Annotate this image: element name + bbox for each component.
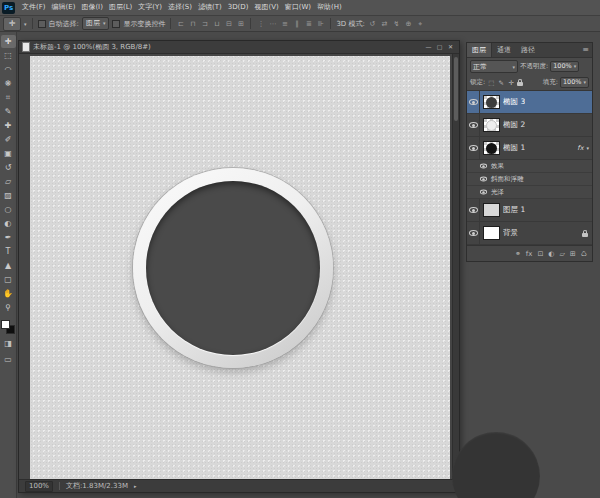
menu-3d[interactable]: 3D(D) bbox=[225, 0, 252, 15]
menu-layer[interactable]: 图层(L) bbox=[106, 0, 135, 15]
layer-thumbnail[interactable] bbox=[483, 95, 500, 109]
distribute-hcenter-icon[interactable]: ≣ bbox=[304, 20, 313, 28]
visibility-eye-icon[interactable] bbox=[467, 114, 480, 136]
eyedropper-tool-button[interactable]: ✎ bbox=[1, 105, 16, 118]
fx-collapse-chevron-icon[interactable]: ▾ bbox=[586, 145, 589, 151]
menu-type[interactable]: 文字(Y) bbox=[135, 0, 165, 15]
pen-tool-button[interactable]: ✒ bbox=[1, 231, 16, 244]
auto-select-dropdown[interactable]: 图层 ▾ bbox=[82, 17, 110, 30]
auto-select-checkbox[interactable] bbox=[38, 20, 46, 28]
rotate-3d-icon[interactable]: ↺ bbox=[368, 20, 377, 28]
menu-image[interactable]: 图像(I) bbox=[78, 0, 106, 15]
satin-row[interactable]: 光泽 bbox=[467, 186, 592, 199]
distribute-bottom-icon[interactable]: ≡ bbox=[280, 20, 289, 28]
visibility-eye-icon[interactable] bbox=[480, 177, 487, 182]
close-button[interactable]: ✕ bbox=[445, 41, 456, 53]
foreground-color-swatch[interactable] bbox=[1, 320, 10, 329]
roll-3d-icon[interactable]: ⇄ bbox=[380, 20, 389, 28]
scrollbar-thumb[interactable] bbox=[454, 57, 458, 121]
visibility-eye-icon[interactable] bbox=[480, 164, 487, 169]
status-options-chevron-icon[interactable]: ▸ bbox=[134, 483, 137, 489]
visibility-eye-icon[interactable] bbox=[467, 222, 480, 244]
show-transform-checkbox[interactable] bbox=[112, 20, 120, 28]
layer-style-fx-badge[interactable]: fx bbox=[577, 144, 583, 152]
align-hcenter-icon[interactable]: ⊓ bbox=[188, 20, 197, 28]
eraser-tool-button[interactable]: ▱ bbox=[1, 175, 16, 188]
new-layer-icon[interactable]: ⊞ bbox=[570, 247, 576, 261]
align-right-icon[interactable]: ⊐ bbox=[200, 20, 209, 28]
layer-row-ellipse-3[interactable]: 椭圆 3 bbox=[467, 91, 592, 114]
lock-all-icon[interactable] bbox=[517, 82, 523, 86]
distribute-top-icon[interactable]: ⋮ bbox=[256, 20, 265, 28]
hand-tool-button[interactable]: ✋ bbox=[1, 287, 16, 300]
vertical-scrollbar[interactable] bbox=[452, 54, 459, 479]
type-tool-button[interactable]: T bbox=[1, 245, 16, 258]
zoom-level-field[interactable]: 100% bbox=[25, 481, 53, 492]
link-layers-icon[interactable]: ⚭ bbox=[515, 247, 521, 261]
minimize-button[interactable]: — bbox=[423, 41, 434, 53]
canvas[interactable] bbox=[30, 56, 450, 480]
opacity-value[interactable]: 100% ▾ bbox=[550, 61, 579, 72]
brush-tool-button[interactable]: ✐ bbox=[1, 133, 16, 146]
layer-row-ellipse-2[interactable]: 椭圆 2 bbox=[467, 114, 592, 137]
bevel-emboss-row[interactable]: 斜面和浮雕 bbox=[467, 173, 592, 186]
menu-view[interactable]: 视图(V) bbox=[251, 0, 281, 15]
gradient-tool-button[interactable]: ▨ bbox=[1, 189, 16, 202]
blur-tool-button[interactable]: ○ bbox=[1, 203, 16, 216]
distribute-right-icon[interactable]: ⊪ bbox=[316, 20, 325, 28]
lock-transparent-pixels-icon[interactable]: ⬚ bbox=[487, 79, 495, 87]
lock-image-pixels-icon[interactable]: ✎ bbox=[497, 79, 505, 87]
tab-channels[interactable]: 通道 bbox=[492, 43, 516, 57]
quick-mask-button[interactable]: ◨ bbox=[1, 338, 16, 350]
tool-preset-chevron-icon[interactable]: ▾ bbox=[24, 21, 27, 27]
tab-paths[interactable]: 路径 bbox=[516, 43, 540, 57]
path-selection-tool-button[interactable]: ▲ bbox=[1, 259, 16, 272]
blend-mode-select[interactable]: 正常 ▾ bbox=[470, 60, 518, 73]
distribute-left-icon[interactable]: ∥ bbox=[292, 20, 301, 28]
maximize-button[interactable]: ▢ bbox=[434, 41, 445, 53]
new-group-icon[interactable]: ▱ bbox=[559, 247, 564, 261]
healing-brush-tool-button[interactable]: ✚ bbox=[1, 119, 16, 132]
layer-thumbnail[interactable] bbox=[483, 141, 500, 155]
layer-style-icon[interactable]: fx bbox=[526, 247, 533, 261]
align-top-icon[interactable]: ⊔ bbox=[212, 20, 221, 28]
lasso-tool-button[interactable]: ◠ bbox=[1, 63, 16, 76]
history-brush-tool-button[interactable]: ↺ bbox=[1, 161, 16, 174]
distribute-vcenter-icon[interactable]: ⋯ bbox=[268, 20, 277, 28]
marquee-tool-button[interactable]: ⬚ bbox=[1, 49, 16, 62]
shape-tool-button[interactable]: ▢ bbox=[1, 273, 16, 286]
align-left-icon[interactable]: ⊏ bbox=[176, 20, 185, 28]
visibility-eye-icon[interactable] bbox=[467, 137, 480, 159]
crop-tool-button[interactable]: ⌗ bbox=[1, 91, 16, 104]
fill-value[interactable]: 100% ▾ bbox=[560, 77, 589, 88]
visibility-eye-icon[interactable] bbox=[467, 199, 480, 221]
menu-filter[interactable]: 滤镜(T) bbox=[195, 0, 225, 15]
layer-row-background[interactable]: 背景 bbox=[467, 222, 592, 245]
add-layer-mask-icon[interactable]: ⊡ bbox=[537, 247, 543, 261]
effects-row[interactable]: 效果 bbox=[467, 160, 592, 173]
zoom-tool-button[interactable]: ⚲ bbox=[1, 301, 16, 314]
layer-row-ellipse-1[interactable]: 椭圆 1 fx ▾ bbox=[467, 137, 592, 160]
align-bottom-icon[interactable]: ⊞ bbox=[236, 20, 245, 28]
visibility-eye-icon[interactable] bbox=[480, 190, 487, 195]
menu-select[interactable]: 选择(S) bbox=[165, 0, 195, 15]
tab-layers[interactable]: 图层 bbox=[467, 43, 492, 57]
screen-mode-button[interactable]: ▭ bbox=[1, 354, 16, 366]
panel-menu-icon[interactable]: ≡ bbox=[579, 43, 592, 57]
slide-3d-icon[interactable]: ⊕ bbox=[404, 20, 413, 28]
menu-edit[interactable]: 编辑(E) bbox=[49, 0, 79, 15]
layer-thumbnail[interactable] bbox=[483, 203, 500, 217]
document-title-bar[interactable]: 未标题-1 @ 100%(椭圆 3, RGB/8#) — ▢ ✕ bbox=[19, 41, 459, 54]
menu-window[interactable]: 窗口(W) bbox=[282, 0, 314, 15]
layer-row-layer-1[interactable]: 图层 1 bbox=[467, 199, 592, 222]
layer-thumbnail[interactable] bbox=[483, 118, 500, 132]
layer-thumbnail[interactable] bbox=[483, 226, 500, 240]
move-tool-button[interactable]: ✛ bbox=[1, 35, 16, 48]
menu-help[interactable]: 帮助(H) bbox=[314, 0, 345, 15]
drag-3d-icon[interactable]: ↯ bbox=[392, 20, 401, 28]
menu-file[interactable]: 文件(F) bbox=[19, 0, 49, 15]
scale-3d-icon[interactable]: ⌖ bbox=[416, 20, 425, 28]
lock-position-icon[interactable]: ✛ bbox=[507, 79, 515, 87]
dodge-tool-button[interactable]: ◐ bbox=[1, 217, 16, 230]
delete-layer-icon[interactable]: ♺ bbox=[581, 247, 587, 261]
